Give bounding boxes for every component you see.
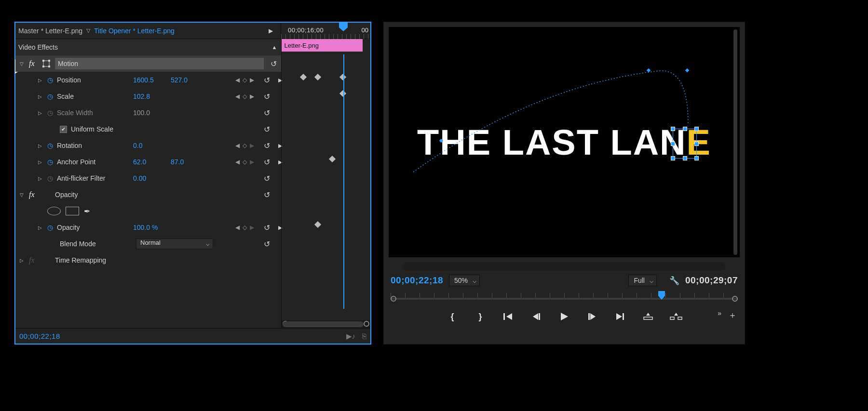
prev-keyframe-icon[interactable]: ◀ bbox=[235, 77, 240, 83]
ellipse-mask-icon[interactable] bbox=[47, 207, 61, 215]
play-icon[interactable] bbox=[556, 310, 572, 323]
twirl-right-icon[interactable]: ▷ bbox=[18, 258, 25, 263]
keyframe-icon[interactable] bbox=[314, 74, 321, 80]
add-keyframe-icon[interactable]: ◇ bbox=[243, 224, 247, 231]
keyframe-track[interactable]: Letter-E.png bbox=[281, 39, 371, 328]
chevron-down-icon[interactable]: ▽ bbox=[86, 27, 90, 34]
add-keyframe-icon[interactable]: ◇ bbox=[243, 93, 247, 100]
next-keyframe-icon[interactable]: ▶ bbox=[250, 93, 254, 100]
lift-icon[interactable] bbox=[640, 310, 656, 323]
next-keyframe-icon[interactable]: ▶ bbox=[250, 224, 254, 231]
playhead-icon[interactable] bbox=[339, 23, 348, 31]
fx-badge-icon[interactable]: fx bbox=[29, 59, 39, 68]
twirl-right-icon[interactable]: ▷ bbox=[37, 176, 43, 181]
reset-icon[interactable]: ↺ bbox=[261, 108, 273, 118]
monitor-scrub-bar[interactable] bbox=[403, 262, 725, 271]
prev-keyframe-icon[interactable]: ◀ bbox=[235, 93, 240, 100]
antiflicker-value[interactable]: 0.00 bbox=[133, 174, 167, 182]
go-to-in-icon[interactable] bbox=[500, 310, 516, 323]
reset-icon[interactable]: ↺ bbox=[261, 158, 273, 167]
footer-timecode[interactable]: 00;00;22;18 bbox=[19, 332, 60, 340]
motion-effect-header[interactable]: ▽ fx Motion ↺ bbox=[15, 55, 281, 72]
track-scrollbar[interactable] bbox=[282, 320, 371, 328]
add-keyframe-icon[interactable]: ◇ bbox=[243, 159, 247, 165]
keyframe-icon[interactable] bbox=[328, 156, 335, 162]
collapse-up-icon[interactable]: ▲ bbox=[272, 44, 277, 50]
loop-playback-icon[interactable]: ▶♪ bbox=[346, 332, 356, 341]
effect-time-ruler[interactable]: 00;00;16;00 00 bbox=[281, 23, 370, 39]
zoom-select[interactable]: 50% bbox=[449, 275, 480, 286]
reset-icon[interactable]: ↺ bbox=[261, 76, 273, 85]
keyframe-icon[interactable] bbox=[339, 74, 346, 80]
twirl-right-icon[interactable]: ▷ bbox=[37, 78, 43, 83]
opacity-value[interactable]: 100.0 % bbox=[133, 224, 176, 231]
current-timecode[interactable]: 00;00;22;18 bbox=[391, 275, 443, 286]
twirl-right-icon[interactable]: ▷ bbox=[37, 94, 43, 99]
position-y-value[interactable]: 527.0 bbox=[171, 76, 204, 84]
rotation-value[interactable]: 0.0 bbox=[133, 142, 167, 149]
pen-mask-icon[interactable]: ✒ bbox=[84, 207, 90, 216]
selection-box[interactable] bbox=[673, 129, 697, 159]
fx-badge-icon[interactable]: fx bbox=[29, 256, 39, 265]
fx-badge-icon[interactable]: fx bbox=[29, 190, 39, 199]
add-keyframe-icon[interactable]: ◇ bbox=[243, 142, 247, 149]
more-controls-icon[interactable]: » bbox=[718, 309, 719, 317]
keyframe-icon[interactable] bbox=[314, 221, 321, 228]
keyframe-icon[interactable] bbox=[339, 90, 346, 97]
add-keyframe-icon[interactable]: ◇ bbox=[243, 77, 247, 83]
reset-icon[interactable]: ↺ bbox=[261, 92, 273, 101]
monitor-time-ruler[interactable] bbox=[391, 291, 738, 305]
step-back-icon[interactable] bbox=[528, 310, 544, 323]
transform-box-icon[interactable] bbox=[42, 60, 51, 67]
stopwatch-icon[interactable]: ◷ bbox=[47, 76, 53, 84]
time-remapping-header[interactable]: ▷ fx Time Remapping bbox=[15, 252, 281, 268]
reset-icon[interactable]: ↺ bbox=[261, 141, 273, 150]
play-only-icon[interactable]: ▶ bbox=[269, 27, 273, 34]
quality-select[interactable]: Full bbox=[628, 275, 657, 286]
twirl-right-icon[interactable]: ▷ bbox=[37, 225, 43, 230]
stopwatch-icon[interactable]: ◷ bbox=[47, 142, 53, 149]
button-editor-icon[interactable]: ＋ bbox=[728, 309, 737, 321]
master-clip-label[interactable]: Master * Letter-E.png bbox=[18, 27, 82, 35]
settings-wrench-icon[interactable]: 🔧 bbox=[669, 276, 679, 286]
twirl-down-icon[interactable]: ▽ bbox=[18, 61, 25, 66]
stopwatch-icon[interactable]: ◷ bbox=[47, 93, 53, 100]
stopwatch-icon[interactable]: ◷ bbox=[47, 109, 53, 117]
reset-icon[interactable]: ↺ bbox=[261, 239, 273, 249]
uniform-scale-checkbox[interactable]: ✔ bbox=[60, 126, 67, 133]
reset-icon[interactable]: ↺ bbox=[268, 59, 280, 68]
stopwatch-icon[interactable]: ◷ bbox=[47, 224, 53, 231]
prev-keyframe-icon[interactable]: ◀ bbox=[235, 142, 240, 149]
scale-value[interactable]: 102.8 bbox=[133, 93, 167, 100]
clip-bar[interactable]: Letter-E.png bbox=[282, 39, 363, 52]
sequence-clip-label[interactable]: Title Opener * Letter-E.png bbox=[94, 27, 175, 35]
go-to-out-icon[interactable] bbox=[612, 310, 628, 323]
keyframe-icon[interactable] bbox=[299, 74, 306, 80]
twirl-down-icon[interactable]: ▽ bbox=[18, 192, 25, 198]
mark-out-icon[interactable]: } bbox=[472, 310, 488, 323]
position-x-value[interactable]: 1600.5 bbox=[133, 76, 167, 84]
next-keyframe-icon[interactable]: ▶ bbox=[250, 77, 254, 83]
export-frame-icon[interactable]: ⎘ bbox=[362, 332, 366, 341]
next-keyframe-icon[interactable]: ▶ bbox=[250, 142, 254, 149]
twirl-right-icon[interactable]: ▷ bbox=[37, 159, 43, 165]
prev-keyframe-icon[interactable]: ◀ bbox=[235, 159, 240, 165]
stopwatch-icon[interactable]: ◷ bbox=[47, 158, 53, 166]
stopwatch-icon[interactable]: ◷ bbox=[47, 174, 53, 182]
blend-mode-select[interactable]: Normal bbox=[136, 239, 213, 249]
mark-in-icon[interactable]: { bbox=[444, 310, 461, 323]
next-keyframe-icon[interactable]: ▶ bbox=[250, 159, 254, 165]
prev-keyframe-icon[interactable]: ◀ bbox=[235, 224, 240, 231]
program-viewport[interactable]: THE LAST LANE bbox=[389, 27, 740, 257]
reset-icon[interactable]: ↺ bbox=[261, 223, 273, 232]
twirl-right-icon[interactable]: ▷ bbox=[37, 110, 43, 116]
step-forward-icon[interactable] bbox=[584, 310, 600, 323]
viewport-scrollbar[interactable] bbox=[733, 29, 737, 255]
opacity-effect-header[interactable]: ▽ fx Opacity ↺ bbox=[15, 186, 281, 203]
extract-icon[interactable] bbox=[668, 310, 684, 323]
reset-icon[interactable]: ↺ bbox=[261, 125, 273, 134]
rect-mask-icon[interactable] bbox=[66, 207, 79, 215]
twirl-right-icon[interactable]: ▷ bbox=[37, 143, 43, 148]
reset-icon[interactable]: ↺ bbox=[261, 174, 273, 183]
anchor-x-value[interactable]: 62.0 bbox=[133, 158, 167, 166]
